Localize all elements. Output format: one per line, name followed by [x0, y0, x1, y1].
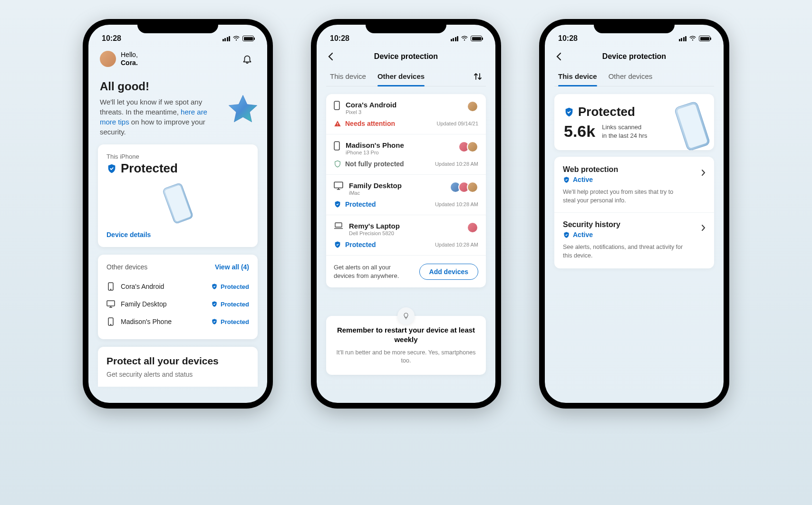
section-description: See alerts, notifications, and threat ac… — [563, 243, 686, 260]
device-updated: Updated 10:28 AM — [435, 242, 478, 248]
svg-rect-4 — [107, 301, 115, 306]
tab-this-device[interactable]: This device — [330, 67, 366, 86]
avatar[interactable] — [100, 51, 116, 67]
sections-card: Web protection Active We'll help protect… — [554, 157, 714, 268]
signal-icon — [222, 36, 231, 41]
wifi-icon — [689, 36, 696, 41]
svg-rect-8 — [337, 123, 338, 124]
battery-icon — [242, 36, 254, 41]
device-status: Protected — [211, 283, 249, 290]
other-devices-label: Other devices — [106, 263, 147, 271]
chevron-right-icon — [701, 224, 706, 231]
avatar-greeting[interactable]: Hello, Cora. — [100, 51, 138, 67]
battery-icon — [471, 36, 482, 41]
greeting-name: Cora. — [121, 59, 138, 67]
status-time: 10:28 — [330, 34, 349, 43]
shield-check-icon — [211, 318, 218, 325]
device-model: Dell Precision 5820 — [349, 230, 400, 236]
shield-check-icon — [211, 301, 218, 307]
greeting-hello: Hello, — [121, 51, 138, 59]
back-button[interactable] — [328, 52, 342, 61]
device-details-link[interactable]: Device details — [106, 231, 249, 238]
hero-subtitle: We'll let you know if we spot any threat… — [100, 97, 223, 137]
device-updated: Updated 10:28 AM — [435, 161, 478, 167]
signal-icon — [451, 36, 459, 41]
protected-title: Protected — [121, 161, 178, 176]
device-status: Protected — [211, 301, 249, 308]
section-title: Web protection — [563, 165, 686, 174]
phone-icon — [334, 141, 340, 155]
notch — [137, 19, 218, 33]
svg-rect-10 — [334, 142, 339, 150]
this-device-card[interactable]: This iPhone Protected Device details — [98, 144, 258, 247]
add-devices-footer: Get alerts on all your devices from anyw… — [326, 256, 486, 287]
protect-devices-banner[interactable]: Protect all your devices Get security al… — [98, 347, 258, 387]
screen-home: 10:28 Hello, Cora. — [88, 25, 267, 403]
shield-check-icon — [334, 241, 341, 248]
wifi-icon — [461, 36, 468, 41]
banner-subtitle: Get security alerts and status — [106, 371, 249, 378]
page-title: Device protection — [602, 52, 666, 61]
notifications-button[interactable] — [239, 50, 256, 67]
svg-point-9 — [337, 125, 338, 125]
device-name: Madison's Phone — [121, 318, 172, 325]
device-list-item[interactable]: Cora's Android Pixel 3 Needs attention U… — [326, 94, 486, 134]
security-history-row[interactable]: Security history Active See alerts, noti… — [563, 220, 706, 260]
device-avatars — [470, 222, 478, 233]
status-time: 10:28 — [102, 34, 121, 43]
phone-frame-home: 10:28 Hello, Cora. — [83, 19, 273, 409]
greeting-text: Hello, Cora. — [121, 51, 138, 67]
tabs: This device Other devices — [326, 67, 486, 86]
device-name: Madison's Phone — [346, 141, 404, 149]
lightbulb-icon — [397, 307, 415, 324]
signal-icon — [679, 36, 687, 41]
stat-number: 5.6k — [564, 122, 595, 141]
device-status: Protected — [211, 318, 249, 325]
device-row[interactable]: Cora's Android Protected — [106, 277, 249, 295]
device-name: Cora's Android — [121, 283, 164, 290]
protection-status: Protected — [578, 105, 635, 119]
banner-title: Protect all your devices — [106, 355, 249, 367]
desktop-icon — [106, 300, 115, 308]
tip-card: Remember to restart your device at least… — [326, 316, 486, 375]
view-all-link[interactable]: View all (4) — [215, 263, 249, 271]
sort-button[interactable] — [474, 72, 482, 81]
phone-icon — [106, 317, 115, 326]
alert-triangle-icon — [334, 120, 341, 127]
phone-icon — [106, 282, 115, 291]
back-button[interactable] — [556, 52, 570, 61]
section-status: Active — [563, 176, 686, 183]
phone-illustration — [152, 181, 204, 228]
chevron-left-icon — [328, 52, 333, 61]
device-status: Protected — [334, 200, 376, 208]
desktop-icon — [334, 181, 343, 196]
tip-subtitle: It'll run better and be more secure. Yes… — [336, 349, 476, 365]
device-list-item[interactable]: Remy's Laptop Dell Precision 5820 Protec… — [326, 215, 486, 256]
device-name: Cora's Android — [346, 101, 396, 109]
phone-frame-other-devices: 10:28 Device protection This device Othe… — [311, 19, 501, 409]
device-status: Needs attention — [334, 120, 395, 127]
device-status: Not fully protected — [334, 160, 404, 168]
section-status: Active — [563, 231, 686, 238]
shield-check-icon — [564, 107, 574, 117]
device-updated: Updated 10:28 AM — [435, 201, 478, 207]
tab-other-devices[interactable]: Other devices — [609, 67, 653, 86]
device-row[interactable]: Madison's Phone Protected — [106, 313, 249, 331]
add-footer-text: Get alerts on all your devices from anyw… — [334, 263, 414, 280]
add-devices-button[interactable]: Add devices — [419, 264, 478, 280]
header-row: Hello, Cora. — [98, 46, 258, 76]
device-avatars — [470, 101, 478, 112]
device-row[interactable]: Family Desktop Protected — [106, 295, 249, 313]
bell-icon — [242, 54, 252, 64]
page-title: Device protection — [374, 52, 438, 61]
laptop-icon — [334, 222, 343, 236]
web-protection-row[interactable]: Web protection Active We'll help protect… — [563, 165, 706, 205]
device-status: Protected — [334, 241, 376, 248]
tab-this-device[interactable]: This device — [558, 67, 597, 86]
device-avatars — [461, 141, 478, 152]
tabs: This device Other devices — [554, 67, 714, 86]
svg-rect-7 — [334, 101, 339, 109]
tab-other-devices[interactable]: Other devices — [377, 67, 425, 86]
device-list-item[interactable]: Family Desktop iMac Protected Updated 10… — [326, 175, 486, 215]
device-list-item[interactable]: Madison's Phone iPhone 13 Pro Not fully … — [326, 134, 486, 175]
